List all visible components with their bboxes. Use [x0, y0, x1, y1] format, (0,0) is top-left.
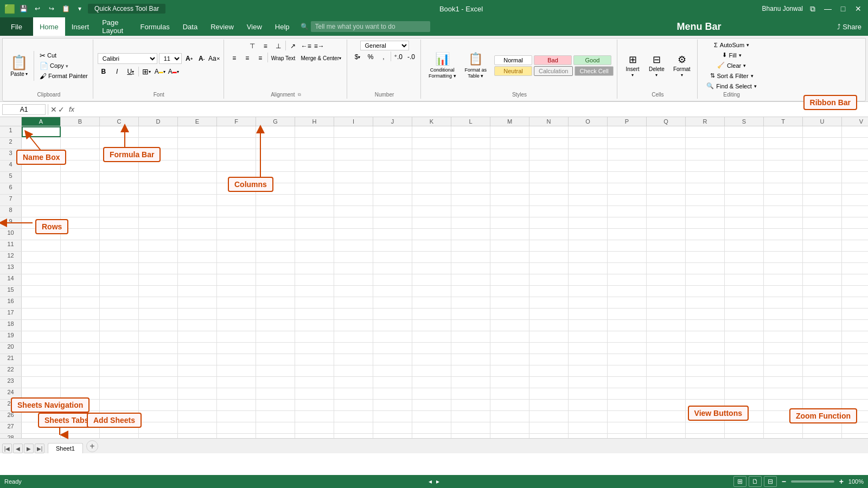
- cell-E27[interactable]: [178, 422, 217, 433]
- cell-F3[interactable]: [217, 149, 256, 160]
- cell-D22[interactable]: [139, 365, 178, 376]
- cell-E10[interactable]: [178, 229, 217, 240]
- cell-U14[interactable]: [803, 274, 842, 285]
- cell-R6[interactable]: [686, 183, 725, 194]
- cell-V20[interactable]: [842, 343, 868, 354]
- cell-M6[interactable]: [490, 183, 529, 194]
- cell-Q18[interactable]: [647, 320, 686, 331]
- cell-B14[interactable]: [61, 274, 100, 285]
- cell-D9[interactable]: [139, 217, 178, 228]
- cell-V9[interactable]: [842, 217, 868, 228]
- cell-D26[interactable]: [139, 411, 178, 422]
- cell-L6[interactable]: [451, 183, 490, 194]
- cell-T1[interactable]: [764, 126, 803, 137]
- cell-N17[interactable]: [529, 309, 569, 319]
- cell-B4[interactable]: [61, 160, 100, 171]
- cell-O5[interactable]: [569, 172, 608, 183]
- cell-B5[interactable]: [61, 172, 100, 183]
- cell-B3[interactable]: [61, 149, 100, 160]
- col-header-C[interactable]: C: [100, 117, 139, 126]
- cell-R24[interactable]: [686, 388, 725, 399]
- comma-btn[interactable]: ,: [378, 52, 390, 62]
- menu-item-review[interactable]: Review: [204, 17, 240, 36]
- cell-D1[interactable]: [139, 126, 178, 137]
- cell-R4[interactable]: [686, 160, 725, 171]
- cell-V22[interactable]: [842, 365, 868, 376]
- cell-L7[interactable]: [451, 195, 490, 206]
- cell-N18[interactable]: [529, 320, 569, 331]
- cell-V18[interactable]: [842, 320, 868, 331]
- cell-H9[interactable]: [295, 217, 334, 228]
- cell-N24[interactable]: [529, 388, 569, 399]
- cell-P7[interactable]: [608, 195, 647, 206]
- cell-C11[interactable]: [100, 240, 139, 251]
- cell-F14[interactable]: [217, 274, 256, 285]
- cell-C25[interactable]: [100, 400, 139, 410]
- cell-K20[interactable]: [412, 343, 451, 354]
- cell-S24[interactable]: [725, 388, 764, 399]
- cell-Q22[interactable]: [647, 365, 686, 376]
- cell-T17[interactable]: [764, 309, 803, 319]
- cell-A8[interactable]: [22, 206, 61, 217]
- cell-O14[interactable]: [569, 274, 608, 285]
- cell-M10[interactable]: [490, 229, 529, 240]
- cell-A16[interactable]: [22, 297, 61, 308]
- cell-C20[interactable]: [100, 343, 139, 354]
- cell-Q8[interactable]: [647, 206, 686, 217]
- cell-N2[interactable]: [529, 138, 569, 149]
- cell-N7[interactable]: [529, 195, 569, 206]
- cell-S11[interactable]: [725, 240, 764, 251]
- cell-F7[interactable]: [217, 195, 256, 206]
- cell-T11[interactable]: [764, 240, 803, 251]
- cell-R10[interactable]: [686, 229, 725, 240]
- col-header-K[interactable]: K: [412, 117, 451, 126]
- row-number[interactable]: 8: [0, 206, 22, 217]
- cell-C16[interactable]: [100, 297, 139, 308]
- cell-L25[interactable]: [451, 400, 490, 410]
- cell-I13[interactable]: [334, 263, 373, 274]
- cell-U22[interactable]: [803, 365, 842, 376]
- cell-C3[interactable]: [100, 149, 139, 160]
- align-left-btn[interactable]: ≡: [228, 53, 240, 63]
- cell-G17[interactable]: [256, 309, 295, 319]
- cell-M1[interactable]: [490, 126, 529, 137]
- cell-B11[interactable]: [61, 240, 100, 251]
- cell-S1[interactable]: [725, 126, 764, 137]
- cell-H20[interactable]: [295, 343, 334, 354]
- cell-C22[interactable]: [100, 365, 139, 376]
- cell-O9[interactable]: [569, 217, 608, 228]
- cell-N5[interactable]: [529, 172, 569, 183]
- cell-U10[interactable]: [803, 229, 842, 240]
- cell-N15[interactable]: [529, 286, 569, 297]
- cell-P22[interactable]: [608, 365, 647, 376]
- cell-O7[interactable]: [569, 195, 608, 206]
- sheet-nav-first[interactable]: |◀: [2, 444, 12, 453]
- cell-H16[interactable]: [295, 297, 334, 308]
- cell-V5[interactable]: [842, 172, 868, 183]
- cell-S13[interactable]: [725, 263, 764, 274]
- cell-G16[interactable]: [256, 297, 295, 308]
- cell-D25[interactable]: [139, 400, 178, 410]
- cell-A25[interactable]: [22, 400, 61, 410]
- cell-L12[interactable]: [451, 252, 490, 262]
- cell-G21[interactable]: [256, 354, 295, 365]
- cell-O13[interactable]: [569, 263, 608, 274]
- cell-F10[interactable]: [217, 229, 256, 240]
- cell-V25[interactable]: [842, 400, 868, 410]
- cell-M27[interactable]: [490, 422, 529, 433]
- cell-A19[interactable]: [22, 331, 61, 342]
- cell-U9[interactable]: [803, 217, 842, 228]
- cell-S3[interactable]: [725, 149, 764, 160]
- cell-I26[interactable]: [334, 411, 373, 422]
- cell-Q25[interactable]: [647, 400, 686, 410]
- cell-M15[interactable]: [490, 286, 529, 297]
- cell-N6[interactable]: [529, 183, 569, 194]
- cell-F8[interactable]: [217, 206, 256, 217]
- cell-B19[interactable]: [61, 331, 100, 342]
- cell-Q13[interactable]: [647, 263, 686, 274]
- cell-M24[interactable]: [490, 388, 529, 399]
- cell-P16[interactable]: [608, 297, 647, 308]
- cell-R18[interactable]: [686, 320, 725, 331]
- cell-D19[interactable]: [139, 331, 178, 342]
- cell-V3[interactable]: [842, 149, 868, 160]
